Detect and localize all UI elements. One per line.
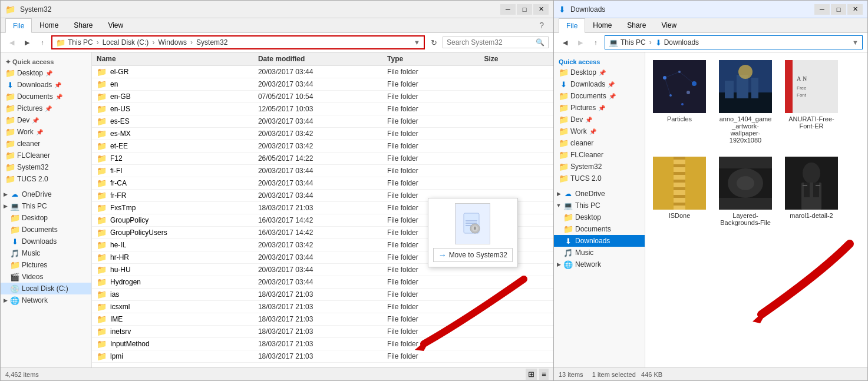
right-tab-file[interactable]: File xyxy=(559,18,585,33)
table-row[interactable]: 📁lpmi 18/03/2017 21:03 File folder xyxy=(92,350,553,363)
path-windows[interactable]: Windows xyxy=(158,38,187,47)
right-sidebar-work[interactable]: 📁 Work 📌 xyxy=(554,125,645,137)
right-address-dropdown[interactable]: ▼ xyxy=(852,39,859,46)
table-row[interactable]: 📁fr-CA 20/03/2017 03:44 File folder xyxy=(92,177,553,190)
left-up-button[interactable]: ↑ xyxy=(36,36,49,49)
right-sidebar-flcleaner[interactable]: 📁 FLCleaner xyxy=(554,149,645,161)
right-address-box[interactable]: 💻 This PC › ⬇ Downloads ▼ xyxy=(605,35,863,49)
right-sidebar-pictures[interactable]: 📁 Pictures 📌 xyxy=(554,102,645,114)
thumb-isdone[interactable]: ISDone xyxy=(650,154,709,229)
col-header-date[interactable]: Date modified xyxy=(258,55,387,63)
left-sidebar-onedrive[interactable]: ▶ ☁ OneDrive xyxy=(1,188,91,200)
right-sidebar-documents2[interactable]: 📁 Documents xyxy=(554,223,645,235)
table-row[interactable]: 📁es-ES 20/03/2017 03:44 File folder xyxy=(92,115,553,128)
left-sidebar-music[interactable]: 🎵 Music xyxy=(1,247,91,259)
left-minimize-button[interactable]: ─ xyxy=(500,4,516,15)
left-sidebar-dev[interactable]: 📁 Dev 📌 xyxy=(1,114,91,126)
left-sidebar-downloads[interactable]: ⬇ Downloads 📌 xyxy=(1,79,91,91)
left-tab-home[interactable]: Home xyxy=(32,18,66,32)
left-sidebar-cleaner[interactable]: 📁 cleaner xyxy=(1,138,91,150)
thumb-anurati[interactable]: A N Free Font ANURATI-Free-Font-ER xyxy=(782,57,841,147)
right-sidebar-system32[interactable]: 📁 System32 xyxy=(554,161,645,173)
right-tab-view[interactable]: View xyxy=(654,18,684,32)
right-tab-share[interactable]: Share xyxy=(619,18,654,32)
right-sidebar-desktop2[interactable]: 📁 Desktop xyxy=(554,211,645,223)
left-refresh-button[interactable]: ↻ xyxy=(427,36,440,49)
left-tab-share[interactable]: Share xyxy=(66,18,100,32)
thumb-anno1404[interactable]: anno_1404_game_artwork-wallpaper-1920x10… xyxy=(716,57,775,147)
left-sidebar-desktop2[interactable]: 📁 Desktop xyxy=(1,212,91,224)
right-sidebar-desktop[interactable]: 📁 Desktop 📌 xyxy=(554,67,645,78)
table-row[interactable]: 📁InputMethod 18/03/2017 21:03 File folde… xyxy=(92,338,553,350)
right-sidebar-cleaner[interactable]: 📁 cleaner xyxy=(554,137,645,149)
left-sidebar-pictures[interactable]: 📁 Pictures 📌 xyxy=(1,102,91,114)
left-sidebar-network[interactable]: ▶ 🌐 Network xyxy=(1,294,91,306)
left-detail-view-button[interactable]: ≡ xyxy=(539,369,549,380)
right-maximize-button[interactable]: □ xyxy=(831,4,846,15)
table-row[interactable]: 📁icsxml 18/03/2017 21:03 File folder xyxy=(92,301,553,313)
left-search-input[interactable] xyxy=(447,38,536,47)
left-sidebar-downloads2[interactable]: ⬇ Downloads xyxy=(1,236,91,247)
right-sidebar-this-pc[interactable]: ▼ 💻 This PC xyxy=(554,200,645,211)
table-row[interactable]: 📁en 20/03/2017 03:44 File folder xyxy=(92,78,553,91)
table-row[interactable]: 📁F12 26/05/2017 14:22 File folder xyxy=(92,153,553,165)
table-row[interactable]: 📁et-EE 20/03/2017 03:42 File folder xyxy=(92,140,553,153)
svg-point-13 xyxy=(687,91,690,94)
table-row[interactable]: 📁en-GB 07/05/2017 10:54 File folder xyxy=(92,91,553,103)
left-tab-view[interactable]: View xyxy=(100,18,131,32)
left-back-button[interactable]: ◀ xyxy=(5,36,18,49)
right-forward-button[interactable]: ▶ xyxy=(574,36,587,49)
left-sidebar-work[interactable]: 📁 Work 📌 xyxy=(1,126,91,138)
left-sidebar-desktop[interactable]: 📁 Desktop 📌 xyxy=(1,67,91,79)
left-sidebar-system32[interactable]: 📁 System32 xyxy=(1,161,91,173)
table-row[interactable]: 📁el-GR 20/03/2017 03:44 File folder xyxy=(92,66,553,78)
left-list-view-button[interactable]: ⊞ xyxy=(526,369,537,380)
right-tab-home[interactable]: Home xyxy=(585,18,619,32)
left-sidebar-videos[interactable]: 🎬 Videos xyxy=(1,271,91,283)
table-row[interactable]: 📁fi-FI 20/03/2017 03:44 File folder xyxy=(92,165,553,177)
path-this-pc[interactable]: This PC xyxy=(68,38,93,47)
left-close-button[interactable]: ✕ xyxy=(533,4,549,15)
right-up-button[interactable]: ↑ xyxy=(589,36,602,49)
right-sidebar-downloads-qa[interactable]: ⬇ Downloads 📌 xyxy=(554,78,645,90)
left-sidebar-tucs[interactable]: 📁 TUCS 2.0 xyxy=(1,173,91,185)
col-header-name[interactable]: Name xyxy=(97,55,258,63)
right-sidebar-dev[interactable]: 📁 Dev 📌 xyxy=(554,114,645,125)
table-row[interactable]: 📁IME 18/03/2017 21:03 File folder xyxy=(92,313,553,326)
right-sidebar-network[interactable]: ▶ 🌐 Network xyxy=(554,259,645,270)
left-tab-file[interactable]: File xyxy=(5,18,32,33)
right-minimize-button[interactable]: ─ xyxy=(814,4,830,15)
table-row[interactable]: 📁en-US 12/05/2017 10:03 File folder xyxy=(92,103,553,115)
table-row[interactable]: 📁ias 18/03/2017 21:03 File folder xyxy=(92,289,553,301)
right-sidebar-tucs[interactable]: 📁 TUCS 2.0 xyxy=(554,173,645,184)
right-sidebar-documents[interactable]: 📁 Documents 📌 xyxy=(554,90,645,102)
right-back-button[interactable]: ◀ xyxy=(559,36,572,49)
left-sidebar-documents[interactable]: 📁 Documents 📌 xyxy=(1,91,91,102)
left-sidebar-flcleaner[interactable]: 📁 FLCleaner xyxy=(1,150,91,161)
right-path-this-pc[interactable]: This PC xyxy=(621,38,646,47)
left-address-dropdown[interactable]: ▼ xyxy=(414,39,420,46)
right-sidebar-downloads-selected[interactable]: ⬇ Downloads xyxy=(554,235,645,247)
table-row[interactable]: 📁Hydrogen 20/03/2017 03:44 File folder xyxy=(92,276,553,289)
right-path-downloads[interactable]: Downloads xyxy=(664,38,699,47)
left-maximize-button[interactable]: □ xyxy=(517,4,532,15)
col-header-type[interactable]: Type xyxy=(387,55,484,63)
left-sidebar-local-disk[interactable]: 💿 Local Disk (C:) xyxy=(1,283,91,294)
thumb-marol[interactable]: marol1-detail-2 xyxy=(782,154,841,229)
table-row[interactable]: 📁inetsrv 18/03/2017 21:03 File folder xyxy=(92,326,553,338)
right-close-button[interactable]: ✕ xyxy=(847,4,863,15)
thumb-layered[interactable]: Layered-Backgrounds-File xyxy=(716,154,775,229)
left-sidebar-pictures2[interactable]: 📁 Pictures xyxy=(1,259,91,271)
path-local-disk[interactable]: Local Disk (C:) xyxy=(103,38,149,47)
left-forward-button[interactable]: ▶ xyxy=(21,36,34,49)
left-help-button[interactable]: ? xyxy=(534,18,549,32)
right-sidebar-music[interactable]: 🎵 Music xyxy=(554,247,645,259)
left-sidebar-documents2[interactable]: 📁 Documents xyxy=(1,224,91,236)
left-address-box[interactable]: 📁 This PC › Local Disk (C:) › Windows › … xyxy=(51,35,425,49)
col-header-size[interactable]: Size xyxy=(484,55,549,63)
table-row[interactable]: 📁es-MX 20/03/2017 03:42 File folder xyxy=(92,128,553,140)
left-sidebar-this-pc[interactable]: ▶ 💻 This PC xyxy=(1,200,91,212)
thumb-particles[interactable]: Particles xyxy=(650,57,709,147)
path-system32[interactable]: System32 xyxy=(196,38,227,47)
right-sidebar-onedrive[interactable]: ▶ ☁ OneDrive xyxy=(554,188,645,200)
